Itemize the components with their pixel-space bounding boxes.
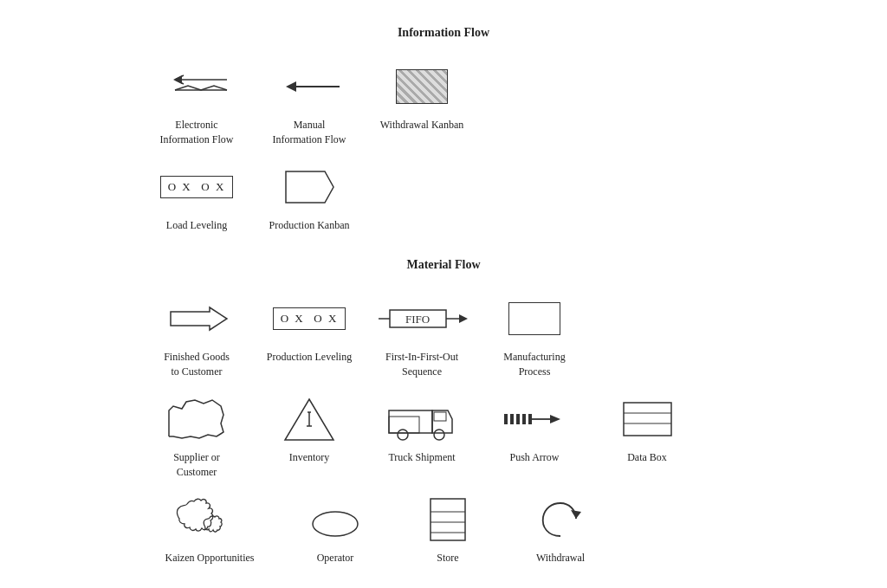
store-cell: Store <box>392 494 504 565</box>
data-box-label: Data Box <box>627 450 667 465</box>
legend-container: Information Flow <box>140 26 747 588</box>
load-leveling-icon-area: O X O X <box>160 161 234 213</box>
material-flow-section: Material Flow Finished Goodsto Customer … <box>140 258 747 565</box>
production-leveling-icon-area: O X O X <box>273 293 346 345</box>
svg-marker-4 <box>173 75 182 84</box>
info-row-2: O X O X Load Leveling Production Kanban <box>140 161 747 233</box>
manual-info-flow-icon-area <box>270 61 348 113</box>
mfg-process-cell: ManufacturingProcess <box>478 293 591 379</box>
truck-shipment-icon-area <box>387 393 456 445</box>
withdrawal-cell: Withdrawal <box>504 494 617 565</box>
load-leveling-icon: O X O X <box>160 176 234 198</box>
svg-marker-13 <box>459 314 468 323</box>
production-leveling-label: Production Leveling <box>267 350 352 365</box>
material-row-3: Kaizen Opportunities Operator <box>140 494 747 565</box>
svg-rect-26 <box>522 414 526 424</box>
supplier-customer-label: Supplier orCustomer <box>173 450 220 480</box>
mfg-process-icon-area <box>508 293 560 345</box>
information-flow-title: Information Flow <box>140 26 747 40</box>
svg-rect-30 <box>624 403 671 436</box>
withdrawal-kanban-icon-area <box>396 61 448 113</box>
material-flow-title: Material Flow <box>140 258 747 272</box>
manual-info-flow-label: ManualInformation Flow <box>273 118 346 147</box>
data-box-icon-area <box>619 393 676 445</box>
svg-marker-29 <box>550 415 560 423</box>
mfg-process-label: ManufacturingProcess <box>503 350 565 379</box>
push-arrow-icon <box>500 404 569 435</box>
fifo-icon-area: FIFO <box>374 293 469 345</box>
svg-text:FIFO: FIFO <box>405 313 430 326</box>
withdrawal-kanban-cell: Withdrawal Kanban <box>366 61 478 132</box>
truck-shipment-cell: Truck Shipment <box>366 393 478 465</box>
withdrawal-kanban-label: Withdrawal Kanban <box>380 118 463 132</box>
truck-shipment-icon <box>387 395 456 443</box>
operator-cell: Operator <box>279 494 392 565</box>
finished-goods-cell: Finished Goodsto Customer <box>140 293 253 379</box>
inventory-icon-area <box>283 393 335 445</box>
store-label: Store <box>437 551 458 565</box>
production-leveling-icon: O X O X <box>273 307 346 330</box>
svg-point-33 <box>313 512 358 536</box>
manual-info-flow-icon <box>270 71 348 102</box>
push-arrow-label: Push Arrow <box>509 450 559 465</box>
svg-rect-25 <box>516 414 520 424</box>
mfg-process-icon <box>508 302 560 335</box>
kaizen-icon-area <box>166 494 253 546</box>
material-row-1: Finished Goodsto Customer O X O X Produc… <box>140 293 747 379</box>
information-flow-section: Information Flow <box>140 26 747 232</box>
production-kanban-icon-area <box>282 161 338 213</box>
electronic-info-flow-icon-area <box>158 61 236 113</box>
truck-shipment-label: Truck Shipment <box>388 450 455 465</box>
svg-rect-20 <box>434 412 446 421</box>
electronic-info-flow-cell: ElectronicInformation Flow <box>140 61 253 147</box>
svg-point-21 <box>398 430 408 440</box>
kaizen-cell: Kaizen Opportunities <box>140 494 279 565</box>
production-kanban-cell: Production Kanban <box>253 161 366 233</box>
load-leveling-label: Load Leveling <box>166 218 227 233</box>
fifo-icon: FIFO <box>374 303 469 334</box>
svg-rect-23 <box>504 414 508 424</box>
svg-rect-27 <box>528 414 532 424</box>
kaizen-label: Kaizen Opportunities <box>165 551 255 565</box>
fifo-label: First-In-First-OutSequence <box>385 350 458 379</box>
load-leveling-cell: O X O X Load Leveling <box>140 161 253 233</box>
svg-rect-19 <box>389 417 419 433</box>
finished-goods-icon <box>162 303 231 334</box>
finished-goods-label: Finished Goodsto Customer <box>164 350 230 379</box>
data-box-cell: Data Box <box>591 393 703 465</box>
production-kanban-icon <box>282 167 338 207</box>
operator-icon-area <box>308 494 364 546</box>
supplier-customer-icon-area <box>165 393 230 445</box>
withdrawal-icon-area <box>533 494 589 546</box>
supplier-customer-cell: Supplier orCustomer <box>140 393 253 480</box>
electronic-info-flow-icon <box>158 71 236 102</box>
push-arrow-icon-area <box>500 393 569 445</box>
operator-label: Operator <box>317 551 354 565</box>
operator-icon <box>308 500 364 539</box>
store-icon-area <box>426 494 469 546</box>
withdrawal-label: Withdrawal <box>536 551 585 565</box>
electronic-info-flow-label: ElectronicInformation Flow <box>160 118 234 147</box>
inventory-cell: Inventory <box>253 393 366 465</box>
svg-marker-7 <box>286 171 333 203</box>
push-arrow-cell: Push Arrow <box>478 393 591 465</box>
withdrawal-icon <box>533 494 589 545</box>
kaizen-icon <box>166 491 253 547</box>
supplier-customer-icon <box>165 393 230 445</box>
svg-point-22 <box>434 430 444 440</box>
svg-rect-24 <box>510 414 514 424</box>
svg-marker-38 <box>571 510 581 519</box>
inventory-icon <box>283 395 335 443</box>
withdrawal-kanban-icon <box>396 69 448 104</box>
svg-marker-8 <box>171 307 227 330</box>
finished-goods-icon-area <box>162 293 231 345</box>
production-kanban-label: Production Kanban <box>269 218 350 233</box>
svg-rect-18 <box>389 410 432 433</box>
material-row-2: Supplier orCustomer Inventory <box>140 393 747 480</box>
svg-rect-34 <box>431 499 465 540</box>
inventory-label: Inventory <box>289 450 330 465</box>
info-row-1: ElectronicInformation Flow ManualInforma… <box>140 61 747 147</box>
store-icon <box>426 494 469 545</box>
fifo-cell: FIFO First-In-First-OutSequence <box>366 293 478 379</box>
data-box-icon <box>619 398 676 440</box>
